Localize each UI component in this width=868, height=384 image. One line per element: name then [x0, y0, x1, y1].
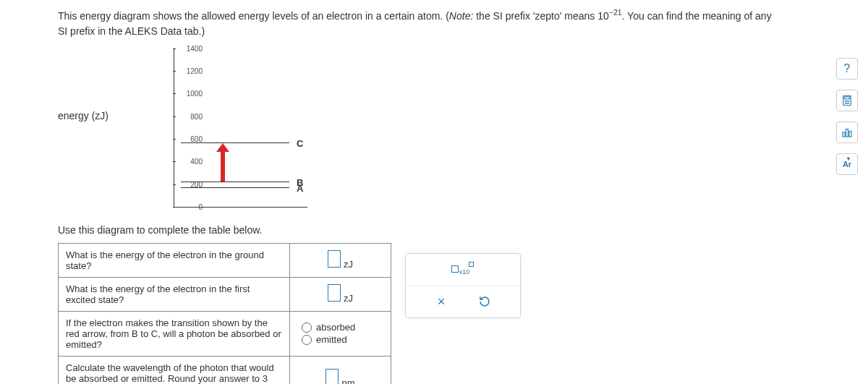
svg-point-3 — [847, 101, 848, 101]
ar-icon: A▾r — [843, 160, 851, 168]
q1-input[interactable] — [328, 250, 341, 268]
svg-rect-8 — [843, 132, 845, 137]
q3-opt2-label: emitted — [316, 334, 347, 345]
q1-answer: zJ — [290, 243, 391, 277]
q3-text: If the electron makes the transition sho… — [59, 311, 290, 356]
q4-answer: nm — [290, 356, 391, 384]
right-toolbar: ? A▾r — [835, 58, 859, 175]
question-prompt: This energy diagram shows the allowed en… — [58, 7, 817, 39]
level-b — [181, 182, 289, 182]
table-instruction: Use this diagram to complete the table b… — [58, 224, 817, 236]
periodic-table-button[interactable]: A▾r — [836, 153, 858, 175]
level-c-label: C — [297, 138, 303, 149]
transition-arrow — [221, 150, 225, 182]
svg-rect-1 — [844, 97, 850, 99]
q2-answer: zJ — [290, 277, 391, 311]
input-palette: x10 × — [405, 253, 521, 318]
reset-button[interactable] — [474, 291, 495, 312]
q3-opt-absorbed[interactable]: absorbed — [297, 322, 383, 333]
energy-diagram: energy (zJ) 1400 1200 1000 800 600 400 2… — [58, 45, 817, 218]
q4-unit: nm — [341, 377, 354, 384]
svg-rect-9 — [846, 129, 848, 137]
prompt-text-a: This energy diagram shows the allowed en… — [58, 10, 449, 22]
radio-icon — [302, 323, 312, 333]
y-axis-label: energy (zJ) — [58, 110, 109, 121]
level-a-label: A — [297, 183, 303, 194]
q1-unit: zJ — [344, 259, 353, 270]
sci-notation-button[interactable]: x10 — [451, 264, 475, 276]
q2-text: What is the energy of the electron in th… — [59, 277, 290, 311]
note-label: Note: — [449, 10, 473, 22]
svg-rect-10 — [849, 132, 851, 137]
q1-text: What is the energy of the electron in th… — [59, 243, 290, 277]
svg-point-2 — [845, 101, 846, 101]
level-c — [181, 142, 289, 143]
exp-base: 10 — [597, 10, 609, 22]
q3-opt-emitted[interactable]: emitted — [297, 334, 383, 345]
help-button[interactable]: ? — [836, 58, 858, 80]
calculator-button[interactable] — [836, 90, 858, 111]
q4-text: Calculate the wavelength of the photon t… — [59, 356, 290, 384]
question-table: What is the energy of the electron in th… — [58, 243, 391, 384]
radio-icon — [302, 335, 312, 345]
exp-power: −21 — [609, 8, 622, 17]
level-a — [181, 187, 289, 188]
svg-point-6 — [847, 103, 848, 103]
q3-answer: absorbed emitted — [290, 311, 391, 356]
sci-label: x10 — [459, 268, 470, 276]
q4-input[interactable] — [326, 369, 339, 384]
q2-input[interactable] — [328, 284, 341, 302]
plot-area — [174, 48, 307, 208]
q3-opt1-label: absorbed — [316, 322, 355, 333]
prompt-text-b: the SI prefix 'zepto' means — [473, 10, 597, 22]
svg-point-7 — [848, 103, 849, 103]
svg-point-5 — [845, 103, 846, 103]
clear-button[interactable]: × — [430, 291, 452, 312]
chart-plot: 1400 1200 1000 800 600 400 200 0 C B A — [152, 45, 318, 218]
q2-unit: zJ — [344, 293, 353, 304]
bar-graph-button[interactable] — [836, 121, 858, 143]
svg-point-4 — [848, 101, 849, 101]
